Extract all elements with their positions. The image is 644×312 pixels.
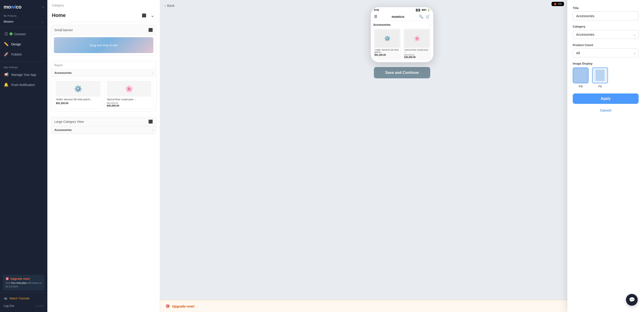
push-icon: 🔔 <box>4 82 8 87</box>
sidebar-item-connect[interactable]: ☷ ✓ Connect <box>0 29 47 39</box>
content-split: Category Home ⬛ ⌄ Small banner ⬛ Drag an… <box>47 0 644 312</box>
back-arrow-icon: ‹ <box>164 4 166 8</box>
fill-option-box <box>573 68 588 83</box>
product-count-select[interactable]: All 4 6 8 <box>573 49 638 57</box>
phone-product-image: ⚙️ <box>374 30 400 48</box>
title-input[interactable] <box>573 12 638 20</box>
product-price: $45,000.00 <box>107 104 152 107</box>
phone-time: 9:41 <box>374 9 379 11</box>
title-field-label: Title <box>573 6 638 10</box>
phone-logo: mowico <box>392 15 404 19</box>
logout-row[interactable]: Log Out v1.19.0 <box>0 302 47 309</box>
image-display-options: Fill Fit <box>573 68 638 88</box>
apply-button[interactable]: Apply <box>573 94 638 104</box>
image-display-section: Image Display Fill Fit <box>573 62 638 88</box>
upgrade-icon: 🎯 <box>6 277 9 280</box>
logout-label: Log Out <box>4 304 14 307</box>
back-button[interactable]: ‹ Back <box>164 4 174 8</box>
sidebar-item-label: Connect <box>14 32 26 36</box>
chat-icon: 💬 <box>629 297 635 303</box>
fit-option-box <box>592 68 608 83</box>
accessories-label: Accessories <box>54 71 72 75</box>
search-icon: 🔍 <box>419 15 423 19</box>
upgrade-desc: Your free trial plan will expire on31.03… <box>6 281 42 288</box>
phone-product-image: 🌸 <box>404 30 430 48</box>
sidebar-item-label: Manage Your App <box>11 73 36 77</box>
sidebar-item-label: Design <box>11 43 21 46</box>
product-card: 🌸 'Apricot Rose' crystal pavé ... $60,00… <box>105 79 154 109</box>
main-area: Category Home ⬛ ⌄ Small banner ⬛ Drag an… <box>47 0 644 312</box>
ios-label: iOS <box>558 3 562 5</box>
app-settings-label: App Settings <box>0 63 47 70</box>
category-home-row: Home ⬛ ⌄ <box>47 9 160 22</box>
connect-icon: ☷ <box>4 32 8 36</box>
product-card: ⚙️ 'Antifer' diamond 18k white gold fo..… <box>54 79 102 109</box>
sidebar-item-manage[interactable]: 📢 Manage Your App <box>0 70 47 80</box>
upgrade-banner-text: 🎯 Upgrade now! <box>166 304 194 308</box>
fill-inner <box>573 68 588 83</box>
chat-bubble-button[interactable]: 💬 <box>626 294 638 306</box>
cancel-button[interactable]: Cancel <box>573 107 638 114</box>
small-banner-placeholder[interactable]: Drag and drop to edit <box>54 37 153 53</box>
product-count-field-label: Product Count <box>573 43 638 47</box>
phone-product-price: $91,200.00 <box>374 54 400 56</box>
product-name: 'Antifer' diamond 18k white gold fo... <box>56 98 100 101</box>
small-banner-edit-icon[interactable]: ⬛ <box>148 28 153 32</box>
product-image: ⚙️ <box>56 81 100 97</box>
version-label: v1.19.0 <box>36 304 44 307</box>
wifi-icon: WiFi <box>422 9 426 11</box>
battery-icon: 🔋 <box>427 9 430 11</box>
phone-nav: ☰ mowico 🔍 🛒 <box>371 13 433 21</box>
connect-check-icon: ✓ <box>10 32 13 36</box>
fill-option[interactable]: Fill <box>573 68 588 88</box>
manage-icon: 📢 <box>4 72 8 77</box>
rayon-header: Rayon <box>51 61 156 69</box>
rayon-section: Rayon Accessories › ⚙️ 'Antifer' diamond… <box>51 61 156 112</box>
category-header: Category <box>47 0 160 9</box>
chevron-down-icon: ⌄ <box>42 20 44 23</box>
product-price: $91,200.00 <box>56 102 100 105</box>
phone-product-name: 'Apricot Rose' crystal pavé ... <box>404 49 430 53</box>
large-cat-section: Large Category View ⬛ Accessories › <box>51 117 156 134</box>
large-cat-chevron-icon: › <box>152 128 153 132</box>
category-home-title: Home <box>52 13 66 18</box>
small-banner-header: Small banner ⬛ <box>51 25 156 35</box>
signal-icon: ▌▌▌ <box>416 9 421 11</box>
ios-badge: 🍎 iOS <box>552 2 564 6</box>
fill-label: Fill <box>579 85 583 88</box>
large-cat-accessories-label: Accessories <box>54 128 72 132</box>
project-name: Mowico <box>4 20 14 23</box>
upgrade-box: 🎯 Upgrade now! Your free trial plan will… <box>3 275 45 290</box>
category-field-label: Category <box>573 25 638 28</box>
drag-drop-text: Drag and drop to edit <box>90 44 117 47</box>
product-orig-price: $60,000.00 <box>107 102 152 104</box>
chevron-right-icon: › <box>152 71 153 75</box>
tutorials-label: Watch Tutorials <box>10 297 30 300</box>
hamburger-icon: ☰ <box>374 15 377 19</box>
phone-product-card: 🌸 'Apricot Rose' crystal pavé ... $60,00… <box>403 28 431 60</box>
fit-option[interactable]: Fit <box>592 68 608 88</box>
design-icon: ✏️ <box>4 42 8 47</box>
home-edit-icon[interactable]: ⬛ <box>141 13 147 19</box>
project-selector[interactable]: Mowico ⌄ <box>0 18 47 25</box>
phone-status-bar: 9:41 ▌▌▌ WiFi 🔋 <box>371 7 433 13</box>
sidebar-item-publish[interactable]: 🚀 Publish <box>0 49 47 59</box>
sidebar-item-design[interactable]: ✏️ Design <box>0 39 47 49</box>
tutorials-icon: 📹 <box>4 297 7 300</box>
accessories-row[interactable]: Accessories › <box>51 69 156 77</box>
sidebar-item-push[interactable]: 🔔 Push Notification <box>0 80 47 90</box>
save-continue-button[interactable]: Save and Continue <box>374 67 430 78</box>
sidebar-collapse-button[interactable]: ‹ <box>42 5 44 9</box>
image-display-label: Image Display <box>573 62 638 65</box>
large-cat-edit-icon[interactable]: ⬛ <box>148 119 153 124</box>
right-modal: Title Category Accessories ⌄ Product Cou… <box>567 0 644 312</box>
watch-tutorials-button[interactable]: 📹 Watch Tutorials <box>0 294 47 302</box>
home-expand-icon[interactable]: ⌄ <box>150 12 155 19</box>
product-image: 🌸 <box>107 81 152 97</box>
upgrade-banner-icon: 🎯 <box>166 304 170 308</box>
large-cat-accessories-row[interactable]: Accessories › <box>51 126 156 134</box>
product-cards-row: ⚙️ 'Antifer' diamond 18k white gold fo..… <box>51 77 156 111</box>
sidebar: mowico ‹ My Projects Mowico ⌄ ☷ ✓ Connec… <box>0 0 47 312</box>
category-select[interactable]: Accessories <box>573 30 638 39</box>
phone-product-name: 'Antifer' diamond 18k white gold fo... <box>374 49 400 53</box>
